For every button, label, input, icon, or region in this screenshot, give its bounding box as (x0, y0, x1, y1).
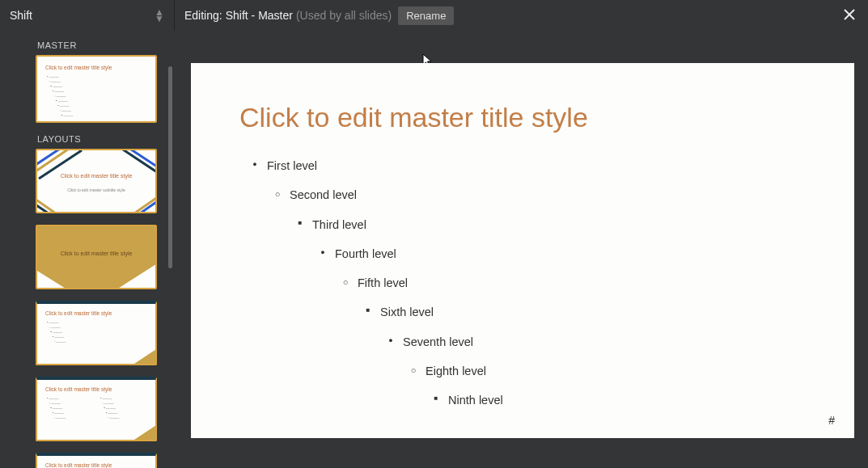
sidebar: MASTER Click to edit master title style … (0, 31, 175, 468)
bullet-level[interactable]: ○Fifth level (239, 275, 806, 291)
page-number[interactable]: # (828, 414, 835, 427)
bullet-text: Third level (312, 217, 366, 233)
disc-bullet-icon: ● (385, 335, 396, 346)
svg-line-3 (37, 150, 76, 173)
thumb-subtitle: Click to edit master subtitle style (37, 188, 155, 192)
thumb-title: Click to edit master title style (45, 462, 112, 468)
theme-name-label: Shift (10, 9, 32, 22)
bullet-text: Sixth level (380, 304, 434, 320)
triangle-decoration-icon (37, 226, 157, 289)
circle-bullet-icon: ○ (408, 365, 419, 377)
bullet-level[interactable]: ■Sixth level (239, 304, 806, 320)
rename-button[interactable]: Rename (398, 6, 454, 25)
svg-line-9 (126, 195, 157, 213)
thumb-bullets: • ——— ◦ ——— ▪ ——— • ——— ◦ ——— ▪ ——— • ——… (47, 74, 73, 118)
theme-selector[interactable]: Shift ▲▼ (0, 0, 175, 31)
layout-thumbnail[interactable]: Click to edit master title style • ——— ◦… (36, 301, 157, 365)
close-button[interactable] (831, 7, 868, 24)
master-slide[interactable]: Click to edit master title style ●First … (191, 63, 854, 438)
triangle-decoration-icon (37, 301, 157, 364)
svg-marker-13 (134, 348, 157, 364)
bullet-text: First level (267, 158, 317, 174)
bullet-level[interactable]: ○Second level (239, 187, 806, 203)
triangle-decoration-icon (37, 377, 157, 440)
top-header: Shift ▲▼ Editing: Shift - Master (Used b… (0, 0, 868, 31)
layout-thumbnail[interactable]: Click to edit master title style • ——— ◦… (36, 377, 157, 441)
layout-thumbnail[interactable]: Click to edit master title style Click t… (36, 149, 157, 213)
svg-marker-14 (134, 424, 157, 440)
bullet-text: Ninth level (448, 392, 503, 408)
bullet-level[interactable]: ●First level (239, 158, 806, 174)
svg-marker-11 (37, 271, 70, 289)
layout-thumbnail[interactable]: Click to edit master title style (36, 453, 157, 468)
editing-prefix: Editing: (184, 9, 222, 22)
layout-thumbnail[interactable]: Click to edit master title style (36, 225, 157, 289)
circle-bullet-icon: ○ (340, 276, 351, 289)
svg-line-10 (118, 191, 157, 213)
bullet-level[interactable]: ■Third level (239, 217, 806, 233)
disc-bullet-icon: ● (249, 159, 260, 170)
circle-bullet-icon: ○ (272, 188, 283, 200)
thumb-title: Click to edit master title style (37, 251, 155, 256)
thumb-title: Click to edit master title style (37, 173, 155, 179)
editing-info: Editing: Shift - Master (Used by all sli… (175, 6, 831, 25)
bullet-level[interactable]: ●Seventh level (239, 334, 806, 350)
bullet-text: Eighth level (426, 363, 486, 379)
bullet-text: Second level (290, 187, 357, 203)
editing-suffix: (Used by all slides) (296, 9, 392, 22)
canvas: Click to edit master title style ●First … (175, 31, 868, 468)
bullet-level[interactable]: ○Eighth level (239, 363, 806, 379)
editing-name: Shift - Master (226, 9, 293, 22)
close-icon (844, 9, 855, 20)
bullet-text: Fifth level (358, 275, 408, 291)
bullet-level[interactable]: ■Ninth level (239, 392, 806, 408)
square-bullet-icon: ■ (430, 394, 442, 403)
scrollbar[interactable] (168, 66, 172, 268)
svg-line-7 (37, 195, 70, 213)
bullet-level[interactable]: ●Fourth level (239, 246, 806, 262)
updown-icon[interactable]: ▲▼ (155, 9, 164, 22)
square-bullet-icon: ■ (294, 218, 306, 227)
slide-body[interactable]: ●First level○Second level■Third level●Fo… (239, 158, 806, 409)
svg-marker-12 (114, 263, 157, 289)
slide-title[interactable]: Click to edit master title style (239, 102, 806, 133)
bullet-text: Seventh level (403, 334, 473, 350)
master-thumbnail[interactable]: Click to edit master title style • ——— ◦… (36, 55, 157, 123)
master-section-label: MASTER (37, 40, 167, 50)
disc-bullet-icon: ● (317, 247, 328, 258)
thumb-title: Click to edit master title style (45, 65, 112, 70)
layouts-section-label: LAYOUTS (37, 134, 167, 144)
stripe-decoration-icon (37, 150, 157, 213)
bullet-text: Fourth level (335, 246, 396, 262)
square-bullet-icon: ■ (362, 306, 374, 314)
